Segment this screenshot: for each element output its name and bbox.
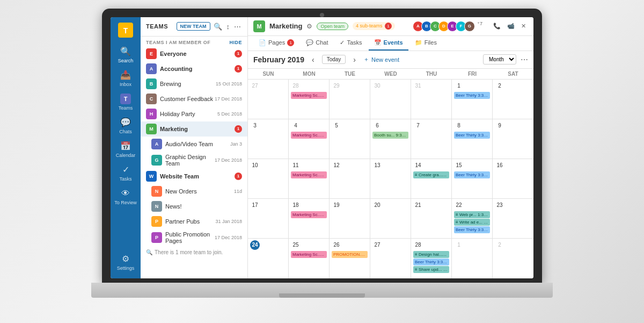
cal-cell[interactable]: 2 [493, 80, 533, 119]
cal-cell[interactable]: 11Marketing Sc... 9 AM [289, 159, 330, 198]
team-avatar: H [146, 109, 157, 119]
cal-event[interactable]: Marketing Sc... 9 AM [291, 251, 327, 258]
cal-cell[interactable]: 13 [370, 159, 411, 198]
call-button[interactable]: 📞 [491, 21, 503, 31]
tab-files[interactable]: 📁Files [409, 36, 442, 51]
cal-cell[interactable]: 10 [248, 159, 289, 198]
video-button[interactable]: 📹 [505, 21, 517, 31]
cal-cell[interactable]: 25Marketing Sc... 9 AM [289, 239, 330, 278]
cal-event[interactable]: ≡ Web pr... 1:30 PM [454, 211, 490, 218]
cal-cell[interactable]: 21 [411, 199, 452, 238]
cal-event[interactable]: ≡ Create gra... 2 PM [413, 171, 449, 178]
cal-cell[interactable]: 20 [370, 199, 411, 238]
cal-cell[interactable]: 30 [370, 80, 411, 119]
team-item-brewing[interactable]: B Brewing 15 Oct 2018 [141, 76, 247, 91]
cal-cell[interactable]: 8Beer Thirty 3:30 PM [452, 119, 493, 159]
cal-cell[interactable]: 27 [370, 239, 411, 278]
cal-event[interactable]: ≡ Design hal... 2 PM [413, 251, 449, 258]
team-item-public_promotion[interactable]: P Public Promotion Pages 17 Dec 2018 [141, 229, 247, 246]
cal-cell[interactable]: 29 [330, 80, 370, 119]
cal-event[interactable]: Marketing Sc... 9 AM [291, 211, 327, 218]
cal-event[interactable]: Beer Thirty 3:30 PM [454, 92, 490, 99]
new-team-button[interactable]: NEW TEAM [177, 22, 210, 31]
tab-events[interactable]: 📅Events [369, 36, 408, 51]
cal-cell[interactable]: 22≡ Web pr... 1:30 PM≡ Write ad e... 2 P… [452, 199, 493, 238]
cal-event[interactable]: Marketing Sc... 9 AM [291, 132, 327, 139]
team-item-graphic_design[interactable]: G Graphic Design Team 17 Dec 2018 [141, 152, 247, 169]
team-item-marketing[interactable]: M Marketing 1 [141, 121, 247, 137]
new-event-button[interactable]: ＋ New event [363, 55, 399, 63]
search-teams-button[interactable]: 🔍 [213, 21, 223, 32]
cal-event[interactable]: Marketing Sc... 9 AM [291, 171, 327, 178]
nav-item-calendar[interactable]: 📅 Calendar [111, 138, 141, 161]
cal-cell[interactable]: 14≡ Create gra... 2 PM [411, 159, 452, 198]
cal-cell[interactable]: 28Marketing Sc... 9 AM [289, 80, 330, 119]
cal-event[interactable]: Beer Thirty 3:30 PM [454, 171, 490, 178]
cal-cell[interactable]: 16 [493, 159, 533, 198]
next-month-button[interactable]: › [350, 54, 359, 65]
nav-item-to-review[interactable]: 👁 To Review [111, 185, 141, 209]
team-item-news[interactable]: N News! [141, 199, 247, 214]
cal-cell[interactable]: 12 [330, 159, 370, 198]
more-teams-button[interactable]: ⋯ [233, 21, 242, 32]
team-settings-icon[interactable]: ⚙ [306, 23, 312, 30]
nav-item-teams[interactable]: T Teams [111, 90, 141, 114]
cal-cell[interactable]: 18Marketing Sc... 9 AM [289, 199, 330, 238]
cal-cell[interactable]: 23 [493, 199, 533, 238]
tab-chat[interactable]: 💬Chat [301, 36, 333, 51]
more-options-button[interactable]: ⋯ [521, 55, 528, 64]
tab-tasks[interactable]: ✓Tasks [334, 36, 367, 51]
day-number: 28 [413, 240, 423, 250]
cal-event[interactable]: PROMOTION... 3 PM [332, 251, 368, 258]
cal-cell[interactable]: 6Booth su... 9:30 AM [370, 119, 411, 159]
header-avatars: ABCDEFG⁺7 [415, 21, 482, 32]
cal-cell[interactable]: 9 [493, 119, 533, 159]
nav-item-search[interactable]: 🔍 Search [111, 43, 141, 67]
cal-cell[interactable]: 31 [411, 80, 452, 119]
nav-item-settings[interactable]: ⚙ Settings [111, 250, 141, 274]
team-item-audio_video[interactable]: A Audio/Video Team Jan 3 [141, 137, 247, 152]
month-view-select[interactable]: Month Week Day [483, 54, 516, 64]
cal-cell[interactable]: 3 [248, 119, 289, 159]
cal-cell[interactable]: 15Beer Thirty 3:30 PM [452, 159, 493, 198]
today-button[interactable]: Today [322, 55, 346, 64]
team-item-new_orders[interactable]: N New Orders 11d [141, 184, 247, 199]
cal-event[interactable]: Beer Thirty 3:30 PM [454, 132, 490, 139]
cal-event[interactable]: Beer Thirty 3:30 PM [413, 259, 449, 265]
cal-cell[interactable]: 27 [248, 80, 289, 119]
cal-event[interactable]: Marketing Sc... 9 AM [291, 92, 327, 99]
cal-cell[interactable]: 1Beer Thirty 3:30 PM [452, 80, 493, 119]
cal-event[interactable]: Beer Thirty 3:30 PM [454, 226, 490, 233]
prev-month-button[interactable]: ‹ [309, 54, 318, 65]
team-item-customer_feedback[interactable]: C Customer Feedback 17 Dec 2018 [141, 91, 247, 106]
cal-cell[interactable]: 7 [411, 119, 452, 159]
cal-event[interactable]: Booth su... 9:30 AM [372, 132, 408, 139]
team-item-partner_pubs[interactable]: P Partner Pubs 31 Jan 2018 [141, 214, 247, 229]
day-number: 4 [291, 121, 301, 131]
cal-cell[interactable]: 5 [330, 119, 370, 159]
team-item-accounting[interactable]: A Accounting 1 [141, 61, 247, 76]
cal-cell[interactable]: 2 [493, 239, 533, 278]
nav-item-tasks[interactable]: ✓ Tasks [111, 161, 141, 185]
cal-cell[interactable]: 24 [248, 239, 289, 278]
nav-item-chats[interactable]: 💬 Chats [111, 114, 141, 138]
cal-cell[interactable]: 1 [452, 239, 493, 278]
sub-teams-badge: 4 sub-teams 1 [353, 22, 395, 30]
cal-cell[interactable]: 17 [248, 199, 289, 238]
cal-cell[interactable]: 19 [330, 199, 370, 238]
cal-event[interactable]: ≡ Share upd... 2 PM [413, 266, 449, 273]
cal-cell[interactable]: 28≡ Design hal... 2 PMBeer Thirty 3:30 P… [411, 239, 452, 278]
team-item-everyone[interactable]: E Everyone 1 [141, 46, 247, 61]
nav-item-inbox[interactable]: 📥 Inbox [111, 67, 141, 90]
cal-cell[interactable]: 26PROMOTION... 3 PM [330, 239, 370, 278]
inbox-icon: 📥 [120, 70, 131, 81]
cal-event[interactable]: ≡ Write ad e... 2 PM [454, 219, 490, 226]
sort-teams-button[interactable]: ↕ [225, 21, 231, 32]
day-header-sat: Sat [493, 69, 533, 79]
tab-pages[interactable]: 📄Pages1 [253, 36, 299, 51]
cal-cell[interactable]: 4Marketing Sc... 9 AM [289, 119, 330, 159]
team-item-website_team[interactable]: W Website Team 1 [141, 169, 247, 184]
hide-link[interactable]: HIDE [229, 40, 242, 45]
close-button[interactable]: ✕ [519, 21, 528, 31]
team-item-holiday_party[interactable]: H Holiday Party 5 Dec 2018 [141, 106, 247, 121]
